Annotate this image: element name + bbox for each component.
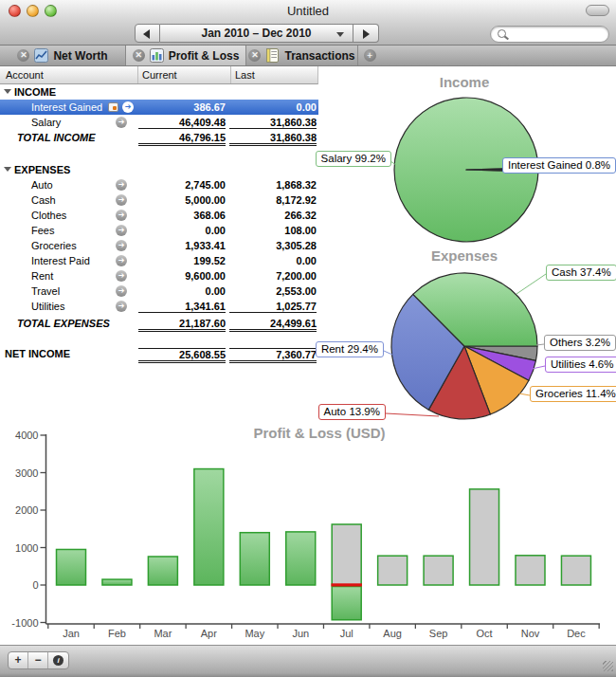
column-header-last[interactable]: Last — [235, 69, 255, 81]
toolbar-toggle-button[interactable] — [586, 5, 609, 16]
drilldown-arrow-icon[interactable]: ➔ — [116, 225, 127, 236]
drilldown-arrow-icon[interactable]: ➔ — [116, 301, 127, 312]
search-field — [490, 26, 609, 43]
table-row[interactable]: Rent➔9,600.007,200.00 — [0, 268, 318, 284]
pie-slice-rent[interactable] — [391, 294, 464, 410]
svg-text:Jul: Jul — [340, 628, 353, 639]
close-tab-icon[interactable]: ✕ — [17, 49, 29, 62]
accounts-table: INCOMEInterest Gained➔386.670.00Salary➔4… — [0, 84, 318, 361]
close-tab-icon[interactable]: ✕ — [248, 49, 261, 62]
last-value: 31,860.38 — [229, 132, 317, 146]
tab-label: Profit & Loss — [169, 49, 240, 63]
bar-projected-Aug[interactable] — [378, 556, 408, 585]
pie-slice-cash[interactable] — [413, 273, 537, 346]
disclosure-triangle-icon[interactable] — [4, 89, 11, 94]
table-row[interactable]: Salary➔46,409.4831,860.38 — [0, 115, 318, 130]
drilldown-arrow-icon[interactable]: ➔ — [116, 240, 127, 251]
svg-text:Mar: Mar — [154, 628, 172, 639]
close-tab-icon[interactable]: ✕ — [133, 49, 145, 62]
bar-projected-Jul[interactable] — [332, 524, 361, 585]
bar-actual-Mar[interactable] — [148, 557, 177, 585]
group-label: INCOME — [14, 86, 56, 98]
column-header-account[interactable]: Account — [6, 69, 44, 81]
info-icon: i — [53, 655, 63, 666]
column-header-current[interactable]: Current — [142, 69, 177, 81]
table-row[interactable]: Groceries➔1,933.413,305.28 — [0, 238, 318, 253]
tab-transactions[interactable]: ✕ Transactions — [246, 46, 358, 65]
drilldown-arrow-icon[interactable]: ➔ — [116, 270, 127, 282]
current-value: 368.06 — [138, 210, 226, 221]
search-input[interactable] — [512, 27, 607, 43]
group-row[interactable]: INCOME — [0, 84, 318, 100]
current-value: 9,600.00 — [138, 270, 226, 282]
drilldown-arrow-icon[interactable]: ➔ — [116, 117, 127, 128]
bar-projected-Sep[interactable] — [424, 556, 453, 585]
pie-slice-utilities[interactable] — [464, 346, 535, 380]
pie-slice-salary[interactable] — [394, 98, 538, 242]
tab-label: Net Worth — [53, 49, 107, 63]
bar-projected-Nov[interactable] — [516, 556, 545, 585]
disclosure-triangle-icon[interactable] — [4, 167, 11, 172]
table-header: Account Current Last — [0, 66, 318, 84]
total-row: TOTAL EXPENSES21,187.6024,499.61 — [0, 316, 318, 331]
bar-projected-Dec[interactable] — [561, 556, 590, 585]
group-row[interactable]: EXPENSES — [0, 162, 318, 177]
drilldown-arrow-icon[interactable]: ➔ — [122, 101, 134, 113]
bar-projected-Oct[interactable] — [470, 489, 499, 585]
bar-actual-May[interactable] — [240, 533, 269, 585]
date-range-dropdown[interactable]: Jan 2010 – Dec 2010 — [160, 24, 353, 43]
table-row[interactable]: Fees➔0.00108.00 — [0, 223, 318, 238]
window-header: Untitled Jan 2010 – Dec 2010 — [0, 0, 616, 46]
last-value: 108.00 — [229, 225, 317, 236]
pie-slice-label: Interest Gained 0.8% — [502, 157, 616, 174]
resize-grip[interactable] — [603, 661, 613, 671]
drilldown-arrow-icon[interactable]: ➔ — [116, 255, 127, 266]
remove-account-button[interactable]: − — [28, 652, 48, 668]
table-row[interactable]: Clothes➔368.06266.32 — [0, 208, 318, 223]
pie-slice-interest-gained[interactable] — [466, 168, 538, 172]
table-row[interactable]: Interest Paid➔199.520.00 — [0, 253, 318, 268]
svg-text:2000: 2000 — [15, 504, 38, 516]
bar-actual-Feb[interactable] — [102, 579, 132, 585]
add-account-button[interactable]: + — [9, 652, 28, 668]
tab-profit-loss[interactable]: ✕ Profit & Loss — [126, 46, 246, 65]
svg-text:1000: 1000 — [15, 542, 38, 554]
table-row[interactable]: Auto➔2,745.001,868.32 — [0, 177, 318, 192]
current-value: 1,933.41 — [138, 240, 226, 251]
bar-actual-Jun[interactable] — [286, 532, 316, 585]
next-period-button[interactable] — [353, 24, 379, 43]
pie-slice-auto[interactable] — [428, 346, 490, 419]
tab-label: Transactions — [284, 49, 354, 63]
drilldown-arrow-icon[interactable]: ➔ — [116, 285, 127, 297]
bar-actual-Jul[interactable] — [332, 587, 361, 620]
report-badge-icon[interactable] — [108, 102, 118, 112]
table-row[interactable]: Cash➔5,000.008,172.92 — [0, 192, 318, 208]
pie-slice-groceries[interactable] — [464, 346, 529, 414]
arrow-right-icon — [363, 29, 370, 39]
tab-net-worth[interactable]: ✕ Net Worth — [0, 46, 126, 65]
negative-marker — [331, 583, 362, 586]
drilldown-arrow-icon[interactable]: ➔ — [116, 194, 127, 206]
svg-text:Apr: Apr — [201, 628, 217, 639]
pie-slice-label: Utilities 4.6% — [545, 357, 616, 373]
total-label: TOTAL INCOME — [17, 132, 96, 143]
last-value: 7,200.00 — [229, 270, 317, 282]
pie-slice-others[interactable] — [464, 346, 537, 360]
account-actions-group: + − i — [8, 651, 69, 669]
bar-actual-Jan[interactable] — [57, 549, 86, 585]
previous-period-button[interactable] — [135, 24, 160, 43]
table-row[interactable]: Travel➔0.002,553.00 — [0, 284, 318, 299]
account-name: Cash — [31, 194, 56, 206]
net-income-row: NET INCOME25,608.557,360.77 — [0, 346, 318, 361]
pie-slice-label: Groceries 11.4% — [530, 386, 616, 402]
table-row[interactable]: Interest Gained➔386.670.00 — [0, 100, 318, 115]
drilldown-arrow-icon[interactable]: ➔ — [116, 179, 127, 191]
date-range-label: Jan 2010 – Dec 2010 — [201, 27, 311, 40]
svg-text:Dec: Dec — [567, 628, 586, 639]
add-tab-button[interactable]: ＋ — [358, 46, 381, 65]
info-button[interactable]: i — [48, 652, 68, 668]
current-value: 21,187.60 — [138, 318, 226, 332]
bar-actual-Apr[interactable] — [194, 469, 224, 585]
table-row[interactable]: Utilities➔1,341.611,025.77 — [0, 299, 318, 314]
drilldown-arrow-icon[interactable]: ➔ — [116, 210, 127, 221]
